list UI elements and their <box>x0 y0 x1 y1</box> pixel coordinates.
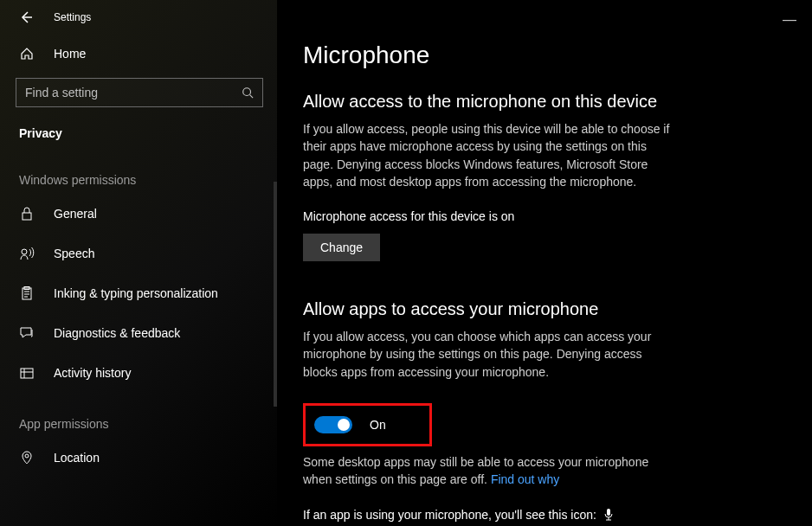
change-button[interactable]: Change <box>303 234 380 261</box>
group-header-windows-permissions: Windows permissions <box>0 149 277 194</box>
sidebar: Settings Home Privacy Windows permission… <box>0 0 277 526</box>
sidebar-item-label: Diagnostics & feedback <box>54 326 180 340</box>
toggle-knob <box>338 419 350 431</box>
sidebar-item-home[interactable]: Home <box>0 35 277 73</box>
minimize-button[interactable]: — <box>783 12 796 28</box>
sidebar-item-label: Inking & typing personalization <box>54 286 218 300</box>
svg-rect-13 <box>607 509 610 516</box>
desktop-apps-note: Some desktop apps may still be able to a… <box>303 453 675 489</box>
svg-point-3 <box>22 249 27 254</box>
note-text: Some desktop apps may still be able to a… <box>303 455 648 486</box>
page-title: Microphone <box>303 42 777 69</box>
svg-point-12 <box>25 454 29 458</box>
svg-rect-9 <box>21 369 33 378</box>
apps-mic-toggle[interactable] <box>314 416 352 433</box>
feedback-icon <box>19 326 35 340</box>
home-icon <box>19 47 35 61</box>
sidebar-item-activity[interactable]: Activity history <box>0 353 277 393</box>
window-title: Settings <box>54 11 91 23</box>
clipboard-icon <box>19 286 35 300</box>
main-content: — Microphone Allow access to the microph… <box>277 0 812 526</box>
sidebar-item-general[interactable]: General <box>0 194 277 234</box>
group-header-app-permissions: App permissions <box>0 393 277 438</box>
mic-in-use-text: If an app is using your microphone, you'… <box>303 508 596 522</box>
sidebar-item-location[interactable]: Location <box>0 438 277 478</box>
section2-title: Allow apps to access your microphone <box>303 299 777 319</box>
find-out-why-link[interactable]: Find out why <box>491 472 559 486</box>
mic-in-use-line: If an app is using your microphone, you'… <box>303 508 777 522</box>
search-field[interactable] <box>25 86 242 99</box>
section1-title: Allow access to the microphone on this d… <box>303 92 777 112</box>
search-input[interactable] <box>16 78 263 107</box>
history-icon <box>19 366 35 380</box>
highlighted-toggle-area: On <box>303 403 432 446</box>
sidebar-item-label: General <box>54 207 97 221</box>
sidebar-item-inking[interactable]: Inking & typing personalization <box>0 273 277 313</box>
current-section: Privacy <box>0 107 277 149</box>
lock-icon <box>19 207 35 221</box>
sidebar-item-label: Location <box>54 451 100 465</box>
home-label: Home <box>54 47 86 61</box>
section2-desc: If you allow access, you can choose whic… <box>303 328 675 381</box>
microphone-icon <box>603 509 614 521</box>
sidebar-item-label: Speech <box>54 247 94 260</box>
sidebar-item-label: Activity history <box>54 366 131 380</box>
speech-icon <box>19 247 35 260</box>
svg-line-1 <box>250 95 254 99</box>
sidebar-item-diagnostics[interactable]: Diagnostics & feedback <box>0 313 277 353</box>
location-icon <box>19 451 35 465</box>
svg-rect-2 <box>23 213 31 220</box>
mic-access-status: Microphone access for this device is on <box>303 209 777 223</box>
back-icon[interactable] <box>19 10 33 24</box>
search-icon <box>242 87 254 99</box>
sidebar-item-speech[interactable]: Speech <box>0 234 277 273</box>
toggle-state-label: On <box>370 418 386 432</box>
svg-point-0 <box>243 88 251 96</box>
section1-desc: If you allow access, people using this d… <box>303 120 675 190</box>
